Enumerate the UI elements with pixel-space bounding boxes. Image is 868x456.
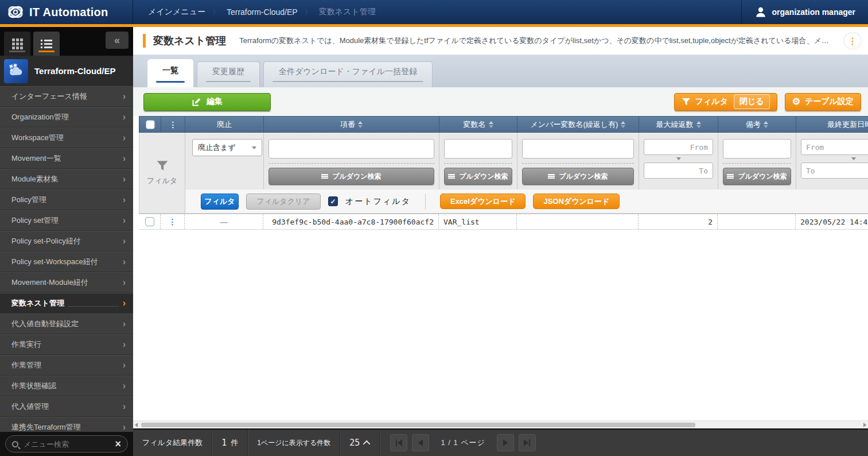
column-header-variable-name[interactable]: 変数名	[439, 117, 517, 132]
sidebar-item-operation-manage[interactable]: 作業管理	[0, 355, 133, 376]
column-menu-icon[interactable]	[169, 120, 177, 129]
clear-search-icon[interactable]	[115, 439, 121, 449]
filter-cell-member-variable: プルダウン検索	[517, 133, 639, 190]
sort-icon[interactable]	[358, 121, 363, 128]
tab-change-history[interactable]: 変更履歴	[197, 61, 260, 87]
user-menu[interactable]: organization manager	[741, 0, 868, 24]
discard-filter-select[interactable]: 廃止含まず	[192, 139, 262, 156]
filter-toggle-button[interactable]: フィルタ 閉じる	[674, 93, 777, 111]
sidebar-item-policyset-workspace-link[interactable]: Policy set-Workspace紐付	[0, 252, 133, 272]
sidebar-item-policyset-policy-link[interactable]: Policy set-Policy紐付	[0, 231, 133, 252]
sidebar-item-movement-module-link[interactable]: Movement-Module紐付	[0, 272, 133, 293]
sidebar-item-movement-list[interactable]: Movement一覧	[0, 148, 133, 169]
sidebar-item-substitution-auto-register[interactable]: 代入値自動登録設定	[0, 314, 133, 334]
chevron-right-icon	[123, 319, 126, 329]
sort-icon[interactable]	[696, 121, 701, 128]
max-repeat-from-input[interactable]	[644, 139, 713, 155]
filter-apply-button[interactable]: フィルタ	[201, 194, 239, 210]
app-logo[interactable]: IT Automation	[0, 0, 133, 24]
column-header-remarks[interactable]: 備考	[718, 117, 796, 132]
sidebar-item-workspace[interactable]: Workspace管理	[0, 127, 133, 148]
row-menu-cell	[161, 214, 185, 229]
sidebar-item-operation-status[interactable]: 作業状態確認	[0, 376, 133, 396]
sort-icon[interactable]	[621, 121, 625, 128]
menu-search-input[interactable]	[24, 440, 110, 449]
sidebar-item-variable-nest[interactable]: 変数ネスト管理	[0, 293, 133, 314]
horizontal-scrollbar[interactable]	[133, 420, 868, 428]
select-all-cell	[139, 117, 161, 132]
toolbar: 編集 フィルタ 閉じる テーブル設定	[133, 87, 868, 116]
scroll-right-icon[interactable]	[863, 423, 866, 427]
next-page-button[interactable]	[497, 434, 514, 451]
sidebar-item-policy-set[interactable]: Policy set管理	[0, 210, 133, 231]
variable-name-pulldown-search-button[interactable]: プルダウン検索	[444, 168, 512, 185]
sidebar-item-terraform-link[interactable]: 連携先Terraform管理	[0, 417, 133, 432]
breadcrumb-menu-group[interactable]: Terraform-Cloud/EP	[227, 7, 298, 17]
breadcrumb-main-menu[interactable]: メインメニュー	[148, 7, 205, 17]
item-no-filter-input[interactable]	[268, 139, 434, 159]
member-variable-pulldown-search-button[interactable]: プルダウン検索	[522, 168, 634, 185]
list-icon	[448, 174, 455, 179]
sidebar-item-organization[interactable]: Organization管理	[0, 107, 133, 127]
tab-bulk-download-register[interactable]: 全件ダウンロード・ファイル一括登録	[263, 61, 433, 87]
column-header-max-repeat[interactable]: 最大繰返数	[639, 117, 718, 132]
app-title: IT Automation	[29, 6, 108, 19]
scrollbar-thumb[interactable]	[141, 423, 695, 427]
row-checkbox[interactable]	[145, 217, 154, 226]
select-all-checkbox[interactable]	[146, 120, 155, 129]
remarks-filter-input[interactable]	[723, 139, 791, 159]
table-settings-button[interactable]: テーブル設定	[785, 93, 861, 111]
page-title: 変数ネスト管理	[153, 34, 226, 48]
excel-download-button[interactable]: Excelダウンロード	[440, 194, 526, 209]
row-menu-icon[interactable]	[169, 217, 177, 226]
remarks-pulldown-search-button[interactable]: プルダウン検索	[723, 168, 791, 185]
chevron-right-icon	[123, 195, 126, 204]
variable-name-filter-input[interactable]	[444, 139, 512, 159]
sidebar-item-policy[interactable]: Policy管理	[0, 190, 133, 210]
last-page-button[interactable]	[519, 434, 536, 451]
sidebar-item-operation-execute[interactable]: 作業実行	[0, 334, 133, 355]
sidebar-tab-menu[interactable]	[33, 32, 60, 56]
sidebar-item-module-collection[interactable]: Module素材集	[0, 169, 133, 190]
item-no-pulldown-search-button[interactable]: プルダウン検索	[268, 168, 434, 185]
sort-icon[interactable]	[489, 121, 493, 128]
column-header-member-variable[interactable]: メンバー変数名(繰返し有)	[517, 117, 639, 132]
column-header-last-updated[interactable]: 最終更新日時	[796, 117, 868, 132]
last-updated-from-input[interactable]	[801, 139, 868, 155]
sidebar-item-substitution-manage[interactable]: 代入値管理	[0, 396, 133, 417]
edit-button[interactable]: 編集	[143, 93, 271, 111]
max-repeat-to-input[interactable]	[644, 163, 713, 179]
first-page-button[interactable]	[390, 434, 407, 451]
sort-icon[interactable]	[764, 121, 768, 128]
result-count: 1	[221, 438, 227, 448]
sidebar-tab-dashboard[interactable]	[4, 32, 30, 56]
sidebar-tabbar	[0, 27, 133, 56]
filter-clear-button[interactable]: フィルタクリア	[246, 194, 321, 210]
page-menu-button[interactable]	[844, 32, 861, 49]
grid-icon	[12, 38, 23, 49]
chevron-right-icon	[123, 423, 126, 432]
main-area: 変数ネスト管理 Terraformの変数ネストでは、Module素材集で登録した…	[133, 27, 868, 456]
cell-member-variable	[517, 214, 639, 229]
previous-page-button[interactable]	[412, 434, 429, 451]
json-download-button[interactable]: JSONダウンロード	[533, 194, 620, 209]
filter-close-button[interactable]: 閉じる	[734, 94, 770, 109]
user-icon	[754, 6, 767, 18]
member-variable-filter-input[interactable]	[522, 139, 634, 159]
filter-result-label-segment: フィルタ結果件数	[133, 430, 212, 456]
sidebar: Terraform-Cloud/EP インターフェース情報 Organizati…	[0, 27, 133, 456]
per-page-select[interactable]: 25	[340, 430, 380, 456]
tab-list[interactable]: 一覧	[147, 59, 193, 87]
auto-filter-checkbox[interactable]	[328, 196, 338, 206]
chevron-right-icon	[123, 216, 126, 225]
column-header-item-no[interactable]: 項番	[264, 117, 439, 132]
last-updated-to-input[interactable]	[801, 163, 868, 179]
sidebar-collapse-button[interactable]	[106, 32, 129, 49]
table-header-row: 廃止 項番 変数名 メンバー変数名(繰返し有) 最大繰返数 備考 最終更新日時	[139, 116, 868, 133]
sidebar-item-interface-info[interactable]: インターフェース情報	[0, 86, 133, 107]
caret-down-icon	[252, 146, 256, 149]
result-unit: 件	[231, 438, 238, 448]
filter-cell-item-no: プルダウン検索	[264, 133, 439, 190]
column-header-discard[interactable]: 廃止	[185, 117, 264, 132]
scroll-left-icon[interactable]	[135, 423, 138, 427]
